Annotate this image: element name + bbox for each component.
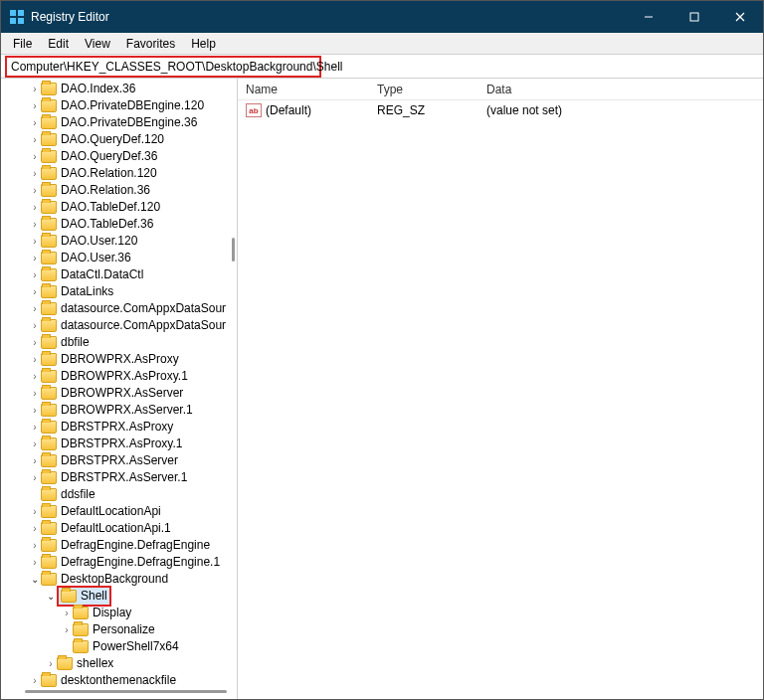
menubar: File Edit View Favorites Help [1,33,763,55]
chevron-right-icon[interactable]: › [29,199,41,216]
folder-icon [41,488,57,501]
chevron-right-icon[interactable]: › [29,520,41,537]
chevron-down-icon[interactable]: ⌄ [45,588,57,605]
selected-tree-item[interactable]: Shell [57,586,111,607]
chevron-right-icon[interactable]: › [29,216,41,233]
chevron-right-icon[interactable]: › [29,402,41,419]
tree-item-label: ddsfile [61,486,96,503]
chevron-right-icon[interactable]: › [29,469,41,486]
tree-item[interactable]: ›DAO.Relation.120 [5,165,237,182]
folder-icon [41,438,57,450]
tree-item[interactable]: ›DataCtl.DataCtl [5,266,237,283]
chevron-right-icon[interactable]: › [29,182,41,199]
chevron-right-icon[interactable]: › [29,233,41,250]
chevron-right-icon[interactable]: › [29,351,41,368]
chevron-right-icon[interactable]: › [29,266,41,283]
chevron-right-icon[interactable]: › [29,81,41,97]
chevron-right-icon[interactable]: › [29,419,41,436]
chevron-right-icon[interactable]: › [29,503,41,520]
tree-item[interactable]: ›dbfile [5,334,237,351]
chevron-right-icon[interactable]: › [29,554,41,571]
tree-item[interactable]: ›Personalize [5,621,237,638]
chevron-right-icon[interactable]: › [29,165,41,182]
tree-item[interactable]: ›DefragEngine.DefragEngine.1 [5,554,237,571]
tree-item[interactable]: ›DAO.TableDef.36 [5,216,237,233]
tree-item[interactable]: PowerShell7x64 [5,638,237,655]
values-pane[interactable]: Name Type Data ab(Default)REG_SZ(value n… [238,79,763,699]
chevron-right-icon[interactable]: › [29,368,41,385]
chevron-right-icon[interactable]: › [29,537,41,554]
menu-view[interactable]: View [77,35,118,53]
tree-item[interactable]: ›DAO.QueryDef.120 [5,131,237,148]
chevron-right-icon[interactable]: › [29,300,41,317]
tree-item[interactable]: ›DAO.PrivateDBEngine.36 [5,114,237,131]
chevron-down-icon[interactable]: ⌄ [29,571,41,588]
folder-icon [41,268,57,281]
tree-item[interactable]: ›shellex [5,655,237,672]
tree-item-label: DataCtl.DataCtl [61,266,143,283]
chevron-right-icon[interactable]: › [45,655,57,672]
tree-item[interactable]: ›DBRSTPRX.AsProxy.1 [5,436,237,452]
tree-item[interactable]: ›datasource.ComAppxDataSour [5,300,237,317]
folder-icon [41,522,57,535]
tree-item[interactable]: ›DAO.User.120 [5,233,237,250]
tree-item[interactable]: ›desktonthemenackfile [5,672,237,689]
chevron-right-icon[interactable]: › [29,97,41,114]
tree-item[interactable]: ⌄Shell [5,588,237,605]
address-input[interactable]: Computer\HKEY_CLASSES_ROOT\DesktopBackgr… [5,56,321,78]
tree-item-label: DefaultLocationApi [61,503,161,520]
chevron-right-icon[interactable]: › [61,605,73,621]
column-data[interactable]: Data [486,83,763,96]
tree-item[interactable]: ›DBRSTPRX.AsProxy [5,419,237,436]
tree-item[interactable]: ›DefaultLocationApi [5,503,237,520]
tree-item[interactable]: ›DefragEngine.DefragEngine [5,537,237,554]
chevron-right-icon[interactable]: › [29,283,41,300]
chevron-right-icon[interactable]: › [29,131,41,148]
tree-item[interactable]: ›Display [5,605,237,621]
close-button[interactable] [717,1,763,33]
tree-item[interactable]: ›datasource.ComAppxDataSour [5,317,237,334]
menu-edit[interactable]: Edit [40,35,77,53]
tree-item[interactable]: ›DBRSTPRX.AsServer [5,452,237,469]
tree-item[interactable]: ›DAO.Index.36 [5,81,237,97]
tree-item[interactable]: ⌄DesktopBackground [5,571,237,588]
tree-item[interactable]: ›DBROWPRX.AsProxy.1 [5,368,237,385]
menu-file[interactable]: File [5,35,40,53]
chevron-right-icon[interactable]: › [29,452,41,469]
tree-item[interactable]: ›DBRSTPRX.AsServer.1 [5,469,237,486]
folder-icon [41,116,57,129]
horizontal-scrollbar[interactable] [25,690,227,693]
value-row[interactable]: ab(Default)REG_SZ(value not set) [238,100,763,120]
list-header: Name Type Data [238,79,763,100]
chevron-right-icon[interactable]: › [61,621,73,638]
tree-item[interactable]: ddsfile [5,486,237,503]
chevron-right-icon[interactable]: › [29,334,41,351]
chevron-right-icon[interactable]: › [29,436,41,452]
chevron-right-icon[interactable]: › [29,148,41,165]
tree-item[interactable]: ›DBROWPRX.AsServer [5,385,237,402]
chevron-right-icon[interactable]: › [29,317,41,334]
menu-favorites[interactable]: Favorites [118,35,183,53]
tree-item[interactable]: ›DAO.Relation.36 [5,182,237,199]
folder-icon [41,573,57,586]
menu-help[interactable]: Help [183,35,224,53]
tree-item[interactable]: ›DAO.TableDef.120 [5,199,237,216]
tree-item-label: Personalize [93,621,155,638]
tree-item[interactable]: ›DAO.PrivateDBEngine.120 [5,97,237,114]
content-area: ›DAO.Index.36›DAO.PrivateDBEngine.120›DA… [1,79,763,699]
tree-pane[interactable]: ›DAO.Index.36›DAO.PrivateDBEngine.120›DA… [1,79,238,699]
column-name[interactable]: Name [238,83,377,96]
tree-item[interactable]: ›DBROWPRX.AsProxy [5,351,237,368]
minimize-button[interactable] [626,1,671,33]
tree-item[interactable]: ›DAO.QueryDef.36 [5,148,237,165]
column-type[interactable]: Type [377,83,486,96]
tree-item[interactable]: ›DefaultLocationApi.1 [5,520,237,537]
tree-item[interactable]: ›DataLinks [5,283,237,300]
tree-item[interactable]: ›DAO.User.36 [5,250,237,266]
chevron-right-icon[interactable]: › [29,250,41,266]
maximize-button[interactable] [671,1,717,33]
chevron-right-icon[interactable]: › [29,672,41,689]
chevron-right-icon[interactable]: › [29,385,41,402]
tree-item[interactable]: ›DBROWPRX.AsServer.1 [5,402,237,419]
chevron-right-icon[interactable]: › [29,114,41,131]
